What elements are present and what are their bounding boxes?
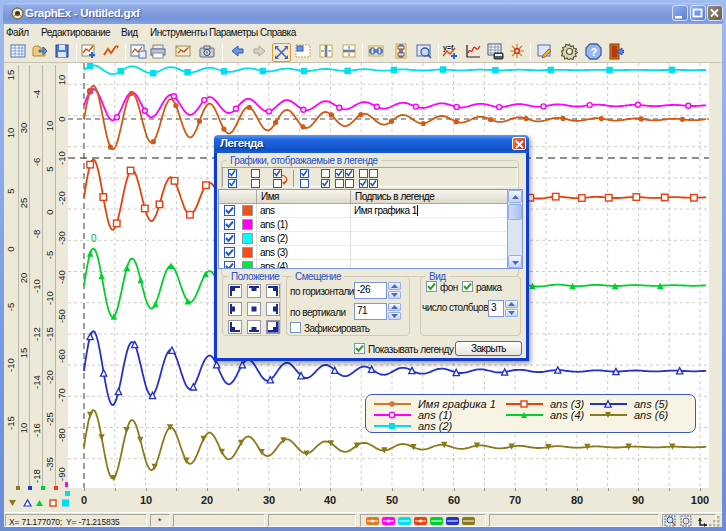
svg-text:0: 0 xyxy=(91,233,97,244)
svg-text:?: ? xyxy=(591,46,598,58)
